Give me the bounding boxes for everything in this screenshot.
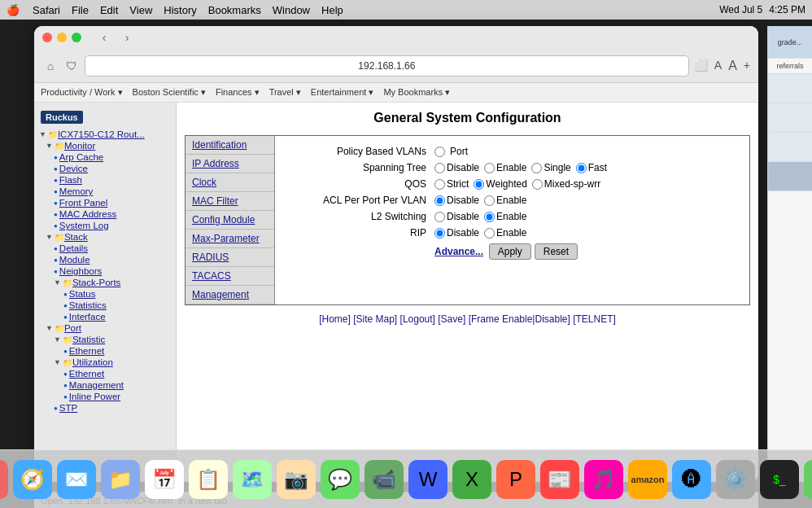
bookmark-finances[interactable]: Finances ▾ (216, 87, 260, 98)
bookmark-boston[interactable]: Boston Scientific ▾ (133, 87, 206, 98)
dock-messages[interactable]: 💬 (321, 460, 360, 499)
address-bar[interactable]: 192.168.1.66 (85, 55, 689, 77)
font-decrease-icon[interactable]: A (714, 59, 722, 73)
advance-link[interactable]: Advance... (434, 246, 483, 257)
menu-window[interactable]: Window (273, 4, 310, 16)
l2-disable-radio[interactable] (434, 212, 445, 222)
home-button[interactable]: ⌂ (42, 58, 59, 74)
link-telnet[interactable]: [TELNET] (573, 313, 616, 325)
minimize-button[interactable] (57, 33, 67, 42)
menu-safari[interactable]: Safari (33, 4, 60, 16)
sidebar-item-stp[interactable]: ● STP (34, 402, 176, 414)
sidebar-item-module[interactable]: ● Module (34, 254, 176, 265)
policy-vlans-radio[interactable] (434, 147, 445, 157)
sidebar-item-stack-ports[interactable]: ▼ 📁 Stack-Ports (34, 277, 176, 288)
nav-tacacs[interactable]: TACACS (186, 267, 274, 286)
sidebar-item-statistics[interactable]: ● Statistics (34, 300, 176, 311)
nav-radius[interactable]: RADIUS (186, 248, 274, 267)
dock-mail[interactable]: ✉️ (57, 460, 96, 499)
qos-mixed-radio[interactable] (532, 179, 543, 190)
nav-mac-filter[interactable]: MAC Filter (186, 192, 274, 211)
sidebar-item-arp-cache[interactable]: ● Arp Cache (34, 151, 176, 163)
bookmark-entertainment[interactable]: Entertainment ▾ (311, 87, 374, 98)
nav-identification[interactable]: Identification (186, 136, 274, 155)
menu-help[interactable]: Help (321, 4, 343, 16)
spanning-tree-disable-radio[interactable] (434, 163, 445, 173)
menu-bookmarks[interactable]: Bookmarks (208, 4, 261, 16)
back-button[interactable]: ‹ (96, 29, 112, 46)
nav-management[interactable]: Management (186, 286, 274, 304)
sidebar-item-inline-power[interactable]: ● Inline Power (34, 391, 176, 402)
dock-excel[interactable]: X (452, 460, 491, 499)
nav-config-module[interactable]: Config Module (186, 211, 274, 230)
sidebar-item-flash[interactable]: ● Flash (34, 174, 176, 186)
rip-enable-radio[interactable] (484, 228, 495, 239)
forward-button[interactable]: › (119, 29, 135, 46)
sidebar-item-utilization-ethernet[interactable]: ● Ethernet (34, 368, 176, 379)
nav-ip-address[interactable]: IP Address (186, 155, 274, 173)
sidebar-item-ethernet[interactable]: ● Ethernet (34, 345, 176, 357)
qos-weighted-radio[interactable] (474, 179, 484, 190)
dock-files[interactable]: 📁 (101, 460, 140, 499)
spanning-tree-fast-radio[interactable] (576, 163, 587, 173)
dock-frogger[interactable]: 🐸 (804, 460, 812, 499)
dock-facetime[interactable]: 📹 (365, 460, 404, 499)
dock-photos[interactable]: 📷 (277, 460, 316, 499)
menu-history[interactable]: History (164, 4, 196, 16)
shield-button[interactable]: 🛡 (63, 58, 80, 74)
dock-amazon[interactable]: amazon (628, 460, 667, 499)
maximize-button[interactable] (72, 33, 81, 42)
dock-news[interactable]: 📰 (540, 460, 579, 499)
sidebar-item-status[interactable]: ● Status (34, 288, 176, 300)
sidebar-item-interface[interactable]: ● Interface (34, 311, 176, 322)
sidebar-item-system-log[interactable]: ● System Log (34, 220, 176, 231)
bookmark-productivity[interactable]: Productivity / Work ▾ (41, 87, 123, 98)
nav-clock[interactable]: Clock (186, 173, 274, 192)
nav-max-parameter[interactable]: Max-Parameter (186, 230, 274, 248)
close-button[interactable] (42, 33, 52, 42)
qos-strict-radio[interactable] (434, 179, 445, 190)
sidebar-item-mac-address[interactable]: ● MAC Address (34, 208, 176, 220)
link-logout[interactable]: [Logout] (400, 313, 435, 325)
link-frame[interactable]: [Frame Enable|Disable] (469, 313, 570, 325)
dock-calendar[interactable]: 📅 (145, 460, 184, 499)
menu-view[interactable]: View (129, 4, 152, 16)
dock-terminal[interactable]: $_ (760, 460, 799, 499)
dock-maps[interactable]: 🗺️ (233, 460, 272, 499)
new-tab-icon[interactable]: + (744, 59, 750, 73)
sidebar-item-front-panel[interactable]: ● Front Panel (34, 197, 176, 208)
share-icon[interactable]: ⬜ (694, 59, 708, 73)
acl-disable-radio[interactable] (434, 195, 445, 206)
l2-enable-radio[interactable] (484, 212, 495, 222)
link-save[interactable]: [Save] (438, 313, 465, 325)
spanning-tree-enable-radio[interactable] (484, 163, 495, 173)
dock-firefox[interactable]: 🦊 (0, 460, 8, 499)
dock-settings[interactable]: ⚙️ (716, 460, 755, 499)
dock-safari[interactable]: 🧭 (13, 460, 52, 499)
bookmark-mybookmarks[interactable]: My Bookmarks ▾ (383, 87, 450, 98)
sidebar-item-memory[interactable]: ● Memory (34, 186, 176, 197)
link-home[interactable]: [Home] (319, 313, 351, 325)
menu-file[interactable]: File (72, 4, 89, 16)
sidebar-item-stack[interactable]: ▼ 📁 Stack (34, 231, 176, 243)
menu-edit[interactable]: Edit (100, 4, 118, 16)
rip-disable-radio[interactable] (434, 228, 445, 239)
dock-notes[interactable]: 📋 (189, 460, 228, 499)
apple-menu[interactable]: 🍎 (7, 4, 20, 16)
dock-appstore[interactable]: 🅐 (672, 460, 711, 499)
sidebar-item-port[interactable]: ▼ 📁 Port (34, 322, 176, 334)
link-sitemap[interactable]: [Site Map] (353, 313, 397, 325)
sidebar-item-neighbors[interactable]: ● Neighbors (34, 265, 176, 277)
sidebar-item-utilization[interactable]: ▼ 📁 Utilization (34, 357, 176, 368)
dock-powerpoint[interactable]: P (496, 460, 535, 499)
acl-enable-radio[interactable] (484, 195, 495, 206)
sidebar-item-monitor[interactable]: ▼ 📁 Monitor (34, 140, 176, 151)
sidebar-item-statistic[interactable]: ▼ 📁 Statistic (34, 334, 176, 345)
reset-button[interactable]: Reset (535, 243, 578, 260)
sidebar-item-management[interactable]: ● Management (34, 379, 176, 391)
bookmark-travel[interactable]: Travel ▾ (269, 87, 301, 98)
apply-button[interactable]: Apply (489, 243, 531, 260)
dock-music[interactable]: 🎵 (584, 460, 623, 499)
sidebar-item-router[interactable]: ▼ 📁 ICX7150-C12 Rout... (34, 129, 176, 140)
font-increase-icon[interactable]: A (728, 59, 737, 73)
